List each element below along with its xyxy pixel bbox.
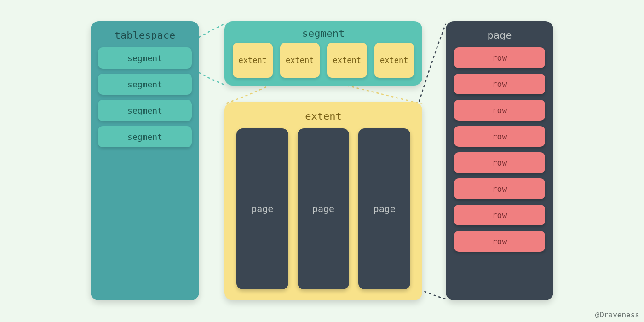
row-item: row xyxy=(454,126,545,147)
page-item: page xyxy=(236,128,288,289)
page-item: page xyxy=(358,128,410,289)
extent-item: extent xyxy=(233,43,273,78)
row-item: row xyxy=(454,205,545,225)
tablespace-panel: tablespace segment segment segment segme… xyxy=(91,21,199,300)
extent-item: extent xyxy=(374,43,414,78)
segment-item: segment xyxy=(98,126,192,147)
page-item: page xyxy=(298,128,350,289)
page-rows: row row row row row row row row xyxy=(446,47,553,252)
extent-pages: page page page xyxy=(224,128,422,289)
row-item: row xyxy=(454,47,545,68)
tablespace-items: segment segment segment segment xyxy=(91,47,199,147)
page-title: page xyxy=(446,21,553,47)
tablespace-title: tablespace xyxy=(91,21,199,47)
credit-text: @Draveness xyxy=(595,310,639,319)
row-item: row xyxy=(454,231,545,252)
segment-item: segment xyxy=(98,47,192,69)
row-item: row xyxy=(454,178,545,199)
extent-title: extent xyxy=(224,102,422,128)
segment-panel: segment extent extent extent extent xyxy=(224,21,422,86)
segment-item: segment xyxy=(98,74,192,95)
diagram-stage: tablespace segment segment segment segme… xyxy=(0,0,644,322)
segment-title: segment xyxy=(224,21,422,43)
row-item: row xyxy=(454,74,545,94)
extent-item: extent xyxy=(280,43,320,78)
row-item: row xyxy=(454,152,545,173)
segment-extents: extent extent extent extent xyxy=(224,43,422,78)
extent-panel: extent page page page xyxy=(224,102,422,300)
segment-item: segment xyxy=(98,100,192,121)
page-panel: page row row row row row row row row xyxy=(446,21,553,300)
extent-item: extent xyxy=(327,43,367,78)
row-item: row xyxy=(454,100,545,121)
